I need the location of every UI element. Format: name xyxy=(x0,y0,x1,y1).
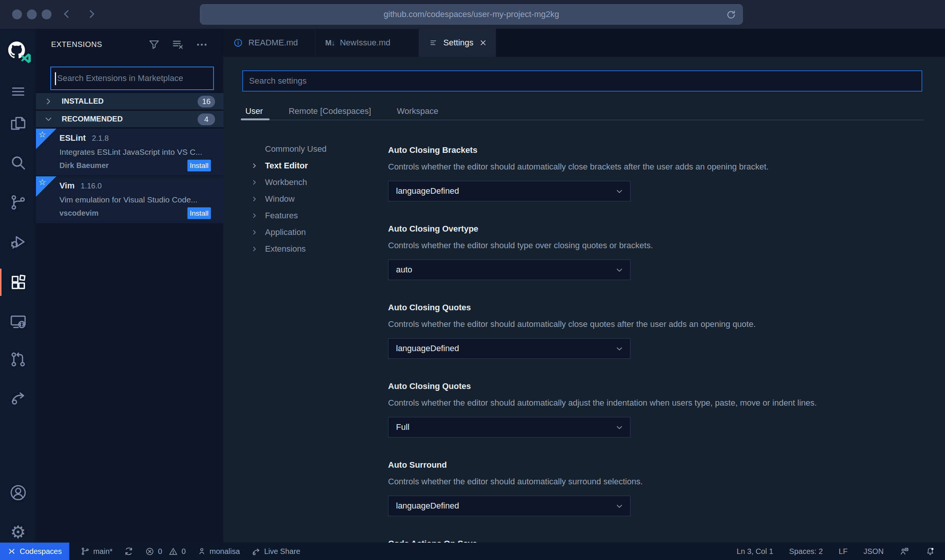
scope-tab-remote[interactable]: Remote [Codespaces] xyxy=(285,103,374,120)
extension-description: Integrates ESLint JavaScript into VS C..… xyxy=(59,148,211,157)
section-installed[interactable]: INSTALLED 16 xyxy=(36,93,223,110)
close-icon[interactable] xyxy=(479,39,487,47)
window-dot[interactable] xyxy=(42,9,51,19)
dropdown-value: languageDefined xyxy=(396,344,459,353)
chevron-right-icon xyxy=(251,212,258,219)
setting-dropdown[interactable]: languageDefined xyxy=(388,338,630,359)
editor-area: README.md M↓ NewIssue.md Settings xyxy=(223,29,945,543)
tab-settings[interactable]: Settings xyxy=(419,29,496,57)
chevron-down-icon xyxy=(615,344,624,353)
section-recommended[interactable]: RECOMMENDED 4 xyxy=(36,111,223,128)
scope-tab-user[interactable]: User xyxy=(242,103,266,120)
list-item-vim[interactable]: ☆ Vim 1.16.0 Vim emulation for Visual St… xyxy=(36,176,223,223)
setting-dropdown[interactable]: auto xyxy=(388,260,630,280)
live-share-button[interactable]: Live Share xyxy=(251,547,301,556)
tab-label: README.md xyxy=(248,38,298,48)
feedback-icon[interactable] xyxy=(900,546,909,556)
cursor-position[interactable]: Ln 3, Col 1 xyxy=(737,547,773,556)
refresh-icon[interactable] xyxy=(726,9,736,20)
account-icon[interactable] xyxy=(0,477,36,509)
extension-publisher: Dirk Baeumer xyxy=(59,161,109,170)
toc-item-commonly-used[interactable]: Commonly Used xyxy=(251,141,376,157)
setting-title: Auto Closing Brackets xyxy=(388,145,933,156)
toc-item-features[interactable]: Features xyxy=(251,207,376,224)
branch-indicator[interactable]: main* xyxy=(81,547,112,556)
extension-name: Vim xyxy=(59,181,75,191)
run-and-debug-icon[interactable] xyxy=(0,226,36,258)
extension-description: Vim emulation for Visual Studio Code... xyxy=(59,195,211,204)
user-indicator[interactable]: monalisa xyxy=(197,547,240,556)
chevron-right-icon xyxy=(251,195,258,203)
dropdown-value: languageDefined xyxy=(396,501,459,511)
extension-publisher: vscodevim xyxy=(59,209,98,218)
github-codespaces-logo-icon[interactable] xyxy=(0,34,36,69)
notifications-bell-icon[interactable] xyxy=(925,546,935,556)
toc-item-text-editor[interactable]: Text Editor xyxy=(251,157,376,174)
settings-search xyxy=(242,70,922,92)
setting-title: Auto Closing Overtype xyxy=(388,224,933,235)
chevron-down-icon xyxy=(615,502,624,511)
problems-indicator[interactable]: 0 0 xyxy=(145,547,186,556)
setting-description: Controls whether the editor should autom… xyxy=(388,477,933,487)
setting-dropdown[interactable]: languageDefined xyxy=(388,181,630,201)
dropdown-value: auto xyxy=(396,265,412,275)
pull-requests-icon[interactable] xyxy=(0,344,36,375)
tab-bar: README.md M↓ NewIssue.md Settings xyxy=(223,29,945,57)
indentation-indicator[interactable]: Spaces: 2 xyxy=(789,547,823,556)
source-control-icon[interactable] xyxy=(0,187,36,218)
sync-button[interactable] xyxy=(124,546,134,556)
chevron-right-icon xyxy=(251,162,258,170)
explorer-icon[interactable] xyxy=(0,107,36,139)
toc-item-workbench[interactable]: Workbench xyxy=(251,174,376,191)
eol-indicator[interactable]: LF xyxy=(839,547,847,556)
menu-icon[interactable] xyxy=(0,76,36,107)
live-share-icon[interactable] xyxy=(0,382,36,414)
remote-label: Codespaces xyxy=(20,547,62,556)
extension-version: 1.16.0 xyxy=(81,182,102,190)
url-text: github.com/codespaces/user-my-project-mg… xyxy=(200,5,742,24)
list-item-eslint[interactable]: ☆ ESLint 2.1.8 Integrates ESLint JavaScr… xyxy=(36,129,223,176)
remote-explorer-icon[interactable] xyxy=(0,306,36,338)
install-button[interactable]: Install xyxy=(187,160,211,171)
language-mode[interactable]: JSON xyxy=(864,547,884,556)
extension-version: 2.1.8 xyxy=(92,134,109,143)
browser-back-icon[interactable] xyxy=(61,8,73,20)
settings-sliders-icon xyxy=(429,38,438,47)
window-dot[interactable] xyxy=(12,9,22,19)
browser-forward-icon[interactable] xyxy=(86,8,97,20)
count-badge: 4 xyxy=(198,114,215,125)
address-bar[interactable]: github.com/codespaces/user-my-project-mg… xyxy=(200,4,743,25)
scope-tab-workspace[interactable]: Workspace xyxy=(394,103,441,120)
install-button[interactable]: Install xyxy=(187,207,211,219)
setting-description: Controls whether the editor should type … xyxy=(388,241,933,251)
scope-divider xyxy=(242,120,924,120)
setting-title: Auto Closing Quotes xyxy=(388,381,933,392)
window-controls[interactable] xyxy=(12,9,51,19)
toc-item-window[interactable]: Window xyxy=(251,191,376,207)
chevron-right-icon xyxy=(251,229,258,236)
status-bar: Codespaces main* 0 0 monalisa Live Share… xyxy=(0,543,945,560)
tab-newissue[interactable]: M↓ NewIssue.md xyxy=(315,29,419,57)
setting-dropdown[interactable]: languageDefined xyxy=(388,496,630,516)
tab-readme[interactable]: README.md xyxy=(223,29,315,57)
extensions-search-input[interactable] xyxy=(51,67,213,89)
toc-item-extensions[interactable]: Extensions xyxy=(251,241,376,257)
settings-search-input[interactable] xyxy=(243,71,922,91)
extensions-icon[interactable] xyxy=(0,266,36,298)
search-icon[interactable] xyxy=(0,147,36,179)
setting-description: Controls whether the editor should autom… xyxy=(388,162,933,173)
codespaces-remote-button[interactable]: Codespaces xyxy=(0,543,69,560)
filter-icon[interactable] xyxy=(148,38,161,51)
setting-auto-closing-quotes: Auto Closing Quotes Controls whether the… xyxy=(388,303,933,359)
setting-dropdown[interactable]: Full xyxy=(388,417,630,437)
markdown-icon: M↓ xyxy=(325,39,335,47)
clear-search-results-icon[interactable] xyxy=(171,38,185,51)
setting-auto-closing-overtype: Auto Closing Overtype Controls whether t… xyxy=(388,224,933,280)
chevron-down-icon xyxy=(44,114,53,124)
window-dot[interactable] xyxy=(27,9,37,19)
toc-item-application[interactable]: Application xyxy=(251,224,376,241)
more-actions-icon[interactable] xyxy=(195,38,208,51)
browser-chrome: github.com/codespaces/user-my-project-mg… xyxy=(0,0,945,29)
dropdown-value: languageDefined xyxy=(396,186,459,196)
chevron-down-icon xyxy=(615,266,624,275)
